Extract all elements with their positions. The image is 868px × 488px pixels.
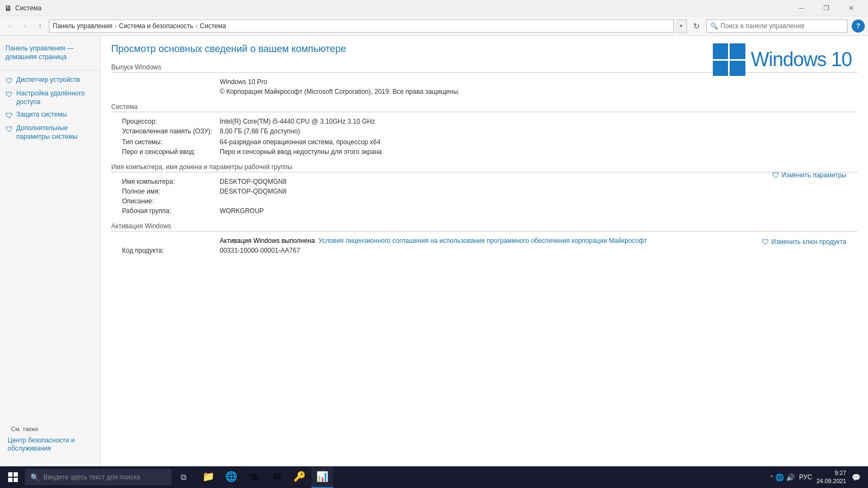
svg-rect-1 bbox=[14, 472, 18, 477]
svg-rect-3 bbox=[14, 478, 18, 482]
search-input[interactable] bbox=[720, 22, 844, 30]
product-key-row: Код продукта: 00331-10000-00001-AA767 bbox=[111, 247, 857, 254]
sidebar-item-system-protection[interactable]: 🛡 Защита системы bbox=[0, 108, 100, 122]
activation-section: Активация Windows Активация Windows выпо… bbox=[111, 222, 857, 254]
ram-row: Установленная память (ОЗУ): 8,00 ГБ (7,6… bbox=[111, 127, 857, 136]
taskbar-app-mail[interactable]: ✉ bbox=[266, 466, 288, 488]
notification-button[interactable]: 💬 bbox=[851, 472, 861, 483]
taskbar-search-icon: 🔍 bbox=[30, 473, 39, 481]
logo-cell-tr bbox=[730, 43, 745, 59]
activation-status-value: Активация Windows выполнена Условия лице… bbox=[220, 237, 647, 245]
system-section: Система Процессор: Intel(R) Core(TM) i5-… bbox=[111, 103, 857, 156]
advanced-settings-icon: 🛡 bbox=[5, 125, 13, 133]
task-view-icon: ⧉ bbox=[181, 472, 187, 482]
taskbar-right: ^ 🌐 🔊 РУС 9:27 24.09.2021 💬 bbox=[770, 469, 866, 486]
taskbar: 🔍 Введите здесь текст для поиска ⧉ 📁 🌐 🛍… bbox=[0, 466, 868, 488]
change-key-icon: 🛡 bbox=[762, 237, 769, 246]
ram-label: Установленная память (ОЗУ): bbox=[111, 127, 220, 136]
product-key-value: 00331-10000-00001-AA767 bbox=[220, 247, 300, 254]
logo-cell-bl bbox=[713, 61, 729, 76]
change-params-icon: 🛡 bbox=[772, 171, 780, 179]
store-icon: 🛍 bbox=[249, 471, 259, 483]
chart-icon: 📊 bbox=[316, 471, 328, 483]
taskbar-apps: 📁 🌐 🛍 ✉ 🔑 📊 bbox=[197, 466, 333, 488]
forward-button[interactable]: › bbox=[18, 20, 31, 33]
titlebar-title: Система bbox=[15, 4, 789, 12]
help-button[interactable]: ? bbox=[852, 20, 865, 33]
computer-name-value: DESKTOP-QDQMGN8 bbox=[220, 178, 286, 185]
copyright-row: © Корпорация Майкрософт (Microsoft Corpo… bbox=[111, 88, 857, 95]
sidebar-item-security-center[interactable]: Центр безопасности и обслуживания bbox=[5, 434, 95, 455]
edition-label bbox=[111, 78, 220, 86]
processor-value: Intel(R) Core(TM) i5-4440 CPU @ 3.10GHz … bbox=[220, 118, 375, 125]
full-name-row: Полное имя: DESKTOP-QDQMGN8 bbox=[111, 188, 857, 195]
taskbar-app-edge[interactable]: 🌐 bbox=[220, 466, 242, 488]
taskbar-time: 9:27 bbox=[816, 469, 846, 477]
taskbar-clock[interactable]: 9:27 24.09.2021 bbox=[816, 469, 846, 486]
sidebar-item-device-manager-label: Диспетчер устройств bbox=[16, 76, 80, 85]
path-system-security: Система и безопасность bbox=[119, 22, 193, 30]
system-protection-icon: 🛡 bbox=[5, 111, 13, 120]
taskbar-app-explorer[interactable]: 📁 bbox=[197, 466, 219, 488]
activation-link[interactable]: Условия лицензионного соглашения на испо… bbox=[318, 237, 647, 245]
sidebar-item-advanced-settings[interactable]: 🛡 Дополнительные параметры системы bbox=[0, 122, 100, 143]
windows-version: 10 bbox=[831, 48, 852, 70]
computer-section-header: Имя компьютера, имя домена и параметры р… bbox=[111, 163, 857, 172]
edition-value: Windows 10 Pro bbox=[220, 78, 267, 86]
up-button[interactable]: ↑ bbox=[34, 20, 47, 33]
full-name-label: Полное имя: bbox=[111, 188, 220, 195]
volume-icon: 🔊 bbox=[786, 473, 795, 481]
task-view-button[interactable]: ⧉ bbox=[173, 466, 194, 488]
pen-label: Перо и сенсорный ввод: bbox=[111, 148, 220, 156]
maximize-button[interactable]: ❐ bbox=[814, 0, 839, 16]
workgroup-value: WORKGROUP bbox=[220, 207, 264, 215]
computer-name-section: Имя компьютера, имя домена и параметры р… bbox=[111, 163, 857, 215]
workgroup-row: Рабочая группа: WORKGROUP bbox=[111, 207, 857, 215]
edition-row: Windows 10 Pro bbox=[111, 78, 857, 86]
system-type-value: 64-разрядная операционная система, проце… bbox=[220, 138, 380, 146]
titlebar: 🖥 Система ─ ❐ ✕ bbox=[0, 0, 868, 16]
sidebar-item-remote-access[interactable]: 🛡 Настройка удалённого доступа bbox=[0, 87, 100, 108]
sidebar-item-security-center-label: Центр безопасности и обслуживания bbox=[8, 436, 91, 453]
start-button[interactable] bbox=[2, 466, 24, 488]
taskbar-app-key[interactable]: 🔑 bbox=[289, 466, 310, 488]
remote-access-icon: 🛡 bbox=[5, 90, 13, 99]
taskbar-date: 24.09.2021 bbox=[816, 477, 846, 485]
edge-icon: 🌐 bbox=[225, 471, 237, 483]
processor-label: Процессор: bbox=[111, 118, 220, 125]
change-params-link[interactable]: 🛡 Изменить параметры bbox=[772, 171, 846, 179]
change-key-link[interactable]: 🛡 Изменить ключ продукта bbox=[762, 237, 846, 246]
search-box[interactable]: 🔍 bbox=[706, 20, 847, 33]
sidebar-home-link[interactable]: Панель управления — домашняя страница bbox=[5, 44, 94, 61]
close-button[interactable]: ✕ bbox=[839, 0, 864, 16]
mail-icon: ✉ bbox=[273, 471, 281, 483]
taskbar-app-store[interactable]: 🛍 bbox=[243, 466, 265, 488]
full-name-value: DESKTOP-QDQMGN8 bbox=[220, 188, 286, 195]
network-icon: 🌐 bbox=[775, 473, 784, 481]
activation-section-header: Активация Windows bbox=[111, 222, 857, 232]
address-path[interactable]: Панель управления › Система и безопаснос… bbox=[49, 20, 674, 33]
tray-chevron[interactable]: ^ bbox=[770, 474, 773, 480]
taskbar-language[interactable]: РУС bbox=[799, 473, 812, 481]
taskbar-search[interactable]: 🔍 Введите здесь текст для поиска bbox=[25, 469, 171, 485]
start-icon bbox=[8, 472, 18, 482]
ram-value: 8,00 ГБ (7,68 ГБ доступно) bbox=[220, 127, 300, 136]
content-area: Windows 10 Просмотр основных сведений о … bbox=[100, 36, 868, 466]
explorer-icon: 📁 bbox=[202, 471, 214, 483]
sidebar-item-remote-access-label: Настройка удалённого доступа bbox=[16, 89, 95, 106]
titlebar-icon: 🖥 bbox=[4, 4, 12, 12]
refresh-button[interactable]: ↻ bbox=[689, 18, 704, 34]
taskbar-tray: ^ 🌐 🔊 bbox=[770, 473, 795, 481]
sidebar-divider bbox=[0, 70, 100, 70]
titlebar-controls: ─ ❐ ✕ bbox=[789, 0, 864, 16]
system-type-row: Тип системы: 64-разрядная операционная с… bbox=[111, 138, 857, 146]
minimize-button[interactable]: ─ bbox=[789, 0, 814, 16]
key-icon: 🔑 bbox=[293, 471, 305, 483]
change-key-label: Изменить ключ продукта bbox=[771, 238, 846, 246]
address-dropdown[interactable]: ▾ bbox=[676, 20, 687, 33]
sidebar-home[interactable]: Панель управления — домашняя страница bbox=[0, 41, 100, 67]
sidebar-item-device-manager[interactable]: 🛡 Диспетчер устройств bbox=[0, 74, 100, 87]
taskbar-app-chart[interactable]: 📊 bbox=[311, 466, 333, 488]
back-button[interactable]: ‹ bbox=[3, 20, 16, 33]
pen-value: Перо и сенсорный ввод недоступны для это… bbox=[220, 148, 382, 156]
